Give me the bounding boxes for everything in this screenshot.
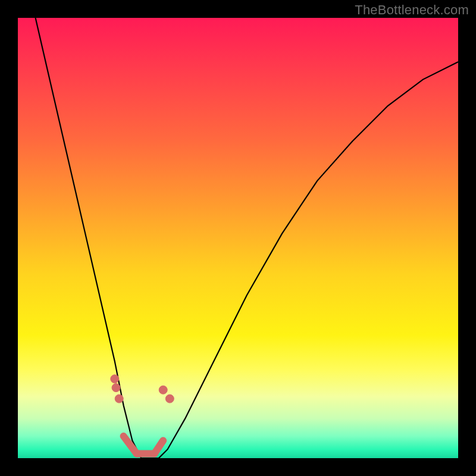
data-marker [159,386,167,394]
data-marker [115,394,123,403]
data-marker [111,375,119,383]
data-marker [112,384,120,392]
trough-segment [154,440,163,453]
outer-frame: TheBottleneck.com [0,0,476,476]
watermark-text: TheBottleneck.com [355,2,469,18]
bottleneck-curve [36,18,458,458]
plot-area [18,18,458,458]
data-marker [165,394,174,403]
chart-svg [18,18,458,458]
